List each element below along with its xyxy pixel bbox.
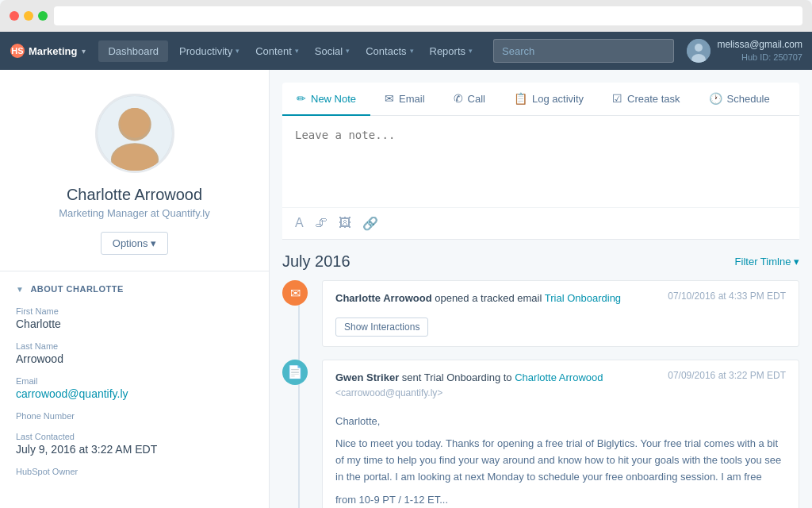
close-dot[interactable] [10, 11, 19, 21]
event-time: 07/09/2016 at 3:22 PM EDT [668, 370, 786, 381]
timeline-item: ✉ Charlotte Arrowood opened a tracked em… [322, 280, 799, 347]
left-panel: Charlotte Arrowood Marketing Manager at … [0, 70, 270, 508]
email-body-text-2: from 10-9 PT / 1-12 ET... [335, 492, 786, 508]
note-toolbar: A 🖇 🖼 🔗 [282, 207, 799, 239]
email-salutation: Charlotte, [335, 414, 786, 430]
nav-item-reports[interactable]: Reports ▾ [422, 40, 481, 62]
email-field: Email carrowood@quantify.ly [16, 376, 253, 400]
search-container [493, 39, 674, 63]
tab-call[interactable]: ✆ Call [439, 83, 500, 116]
email-link[interactable]: carrowood@quantify.ly [16, 387, 253, 400]
timeline-track: ✉ Charlotte Arrowood opened a tracked em… [282, 280, 799, 508]
brand-label[interactable]: Marketing [29, 45, 77, 57]
link-icon[interactable]: 🔗 [362, 216, 378, 231]
event-header: Charlotte Arrowood opened a tracked emai… [335, 291, 786, 306]
fullscreen-dot[interactable] [38, 11, 48, 21]
phone-field: Phone Number [16, 411, 253, 421]
field-label: HubSpot Owner [16, 467, 253, 476]
action-tabs-container: ✏ New Note ✉ Email ✆ Call 📋 Log activity… [282, 83, 799, 240]
text-format-icon[interactable]: A [295, 216, 304, 231]
field-label: Last Contacted [16, 432, 253, 441]
chevron-down-icon: ▾ [295, 47, 299, 55]
field-label: Phone Number [16, 411, 253, 421]
brand-caret-icon[interactable]: ▾ [82, 47, 86, 56]
first-name-field: First Name Charlotte [16, 306, 253, 330]
owner-field: HubSpot Owner [16, 467, 253, 476]
tab-log-activity[interactable]: 📋 Log activity [500, 83, 598, 116]
field-label: First Name [16, 306, 253, 316]
action-tabs: ✏ New Note ✉ Email ✆ Call 📋 Log activity… [282, 83, 799, 116]
contact-name: Charlotte Arrowood [335, 292, 432, 304]
filter-timeline-link[interactable]: Filter Timlne ▾ [735, 256, 799, 267]
clipboard-icon: 📋 [514, 92, 527, 105]
timeline-month: July 2016 [282, 252, 350, 271]
event-text: Charlotte Arrowood opened a tracked emai… [335, 291, 621, 306]
avatar [687, 39, 710, 63]
email-icon: ✉ [385, 92, 394, 105]
chevron-down-icon: ▾ [346, 47, 350, 55]
url-bar[interactable] [54, 6, 802, 25]
last-contacted-field: Last Contacted July 9, 2016 at 3:22 AM E… [16, 432, 253, 456]
minimize-dot[interactable] [24, 11, 33, 21]
note-input[interactable] [295, 129, 787, 192]
chevron-down-icon: ▾ [469, 47, 473, 55]
dashboard-link[interactable]: Dashboard [98, 40, 168, 62]
image-icon[interactable]: 🖼 [339, 216, 351, 231]
about-section: ▼ ABOUT CHARLOTTE First Name Charlotte L… [0, 271, 269, 500]
options-button[interactable]: Options ▾ [101, 232, 168, 255]
doc-timeline-icon: 📄 [282, 360, 308, 385]
tab-schedule[interactable]: 🕐 Schedule [695, 83, 784, 116]
tab-email[interactable]: ✉ Email [370, 83, 439, 116]
tab-new-note[interactable]: ✏ New Note [282, 83, 370, 116]
nav-item-contacts[interactable]: Contacts ▾ [358, 40, 421, 62]
user-hub: Hub ID: 250707 [717, 52, 802, 64]
main-layout: Charlotte Arrowood Marketing Manager at … [0, 70, 812, 508]
last-name-field: Last Name Arrowood [16, 341, 253, 365]
recipient-link[interactable]: Charlotte Arrowood [515, 371, 603, 383]
profile-name: Charlotte Arrowood [16, 186, 253, 204]
svg-point-3 [695, 44, 703, 52]
recipient-email: <carrowood@quantify.ly> [335, 387, 442, 398]
nav-item-productivity[interactable]: Productivity ▾ [171, 40, 247, 62]
user-info: melissa@gmail.com Hub ID: 250707 [717, 38, 802, 64]
avatar [95, 94, 174, 173]
attachment-icon[interactable]: 🖇 [315, 216, 327, 231]
svg-point-8 [120, 108, 150, 138]
sender-name: Gwen Striker [335, 371, 399, 383]
show-interactions-button[interactable]: Show Interactions [335, 318, 428, 337]
checkbox-icon: ☑ [612, 92, 622, 105]
tab-create-task[interactable]: ☑ Create task [598, 83, 694, 116]
field-label: Email [16, 376, 253, 386]
pencil-icon: ✏ [297, 92, 306, 105]
phone-icon: ✆ [454, 92, 463, 105]
chevron-down-icon: ▾ [410, 47, 414, 55]
email-link[interactable]: Trial Onboarding [545, 292, 621, 304]
nav-item-content[interactable]: Content ▾ [247, 40, 307, 62]
user-email: melissa@gmail.com [717, 38, 802, 52]
right-panel: ✏ New Note ✉ Email ✆ Call 📋 Log activity… [270, 70, 812, 508]
event-text: Gwen Striker sent Trial Onboarding to Ch… [335, 370, 603, 401]
field-value: Charlotte [16, 318, 253, 330]
timeline-item: 📄 Gwen Striker sent Trial Onboarding to … [322, 360, 799, 509]
email-body: Charlotte, Nice to meet you today. Thank… [335, 414, 786, 509]
event-time: 07/10/2016 at 4:33 PM EDT [668, 291, 786, 302]
top-nav: HS Marketing ▾ Dashboard Productivity ▾ … [0, 32, 812, 70]
timeline: July 2016 Filter Timlne ▾ ✉ Charlotte Ar… [270, 240, 812, 508]
field-label: Last Name [16, 341, 253, 351]
about-header: ▼ ABOUT CHARLOTTE [16, 284, 253, 294]
event-header: Gwen Striker sent Trial Onboarding to Ch… [335, 370, 786, 401]
nav-item-social[interactable]: Social ▾ [307, 40, 358, 62]
profile-title: Marketing Manager at Quantify.ly [16, 207, 253, 219]
event-card: Gwen Striker sent Trial Onboarding to Ch… [322, 360, 799, 509]
user-menu[interactable]: melissa@gmail.com Hub ID: 250707 [687, 38, 802, 64]
field-value: July 9, 2016 at 3:22 AM EDT [16, 443, 253, 456]
field-value: Arrowood [16, 352, 253, 365]
profile-card: Charlotte Arrowood Marketing Manager at … [0, 70, 269, 271]
hubspot-logo-icon: HS [10, 43, 25, 59]
browser-dots [10, 11, 48, 21]
svg-text:HS: HS [11, 46, 23, 56]
email-body-text: Nice to meet you today. Thanks for openi… [335, 436, 786, 485]
search-input[interactable] [493, 39, 674, 63]
event-card: Charlotte Arrowood opened a tracked emai… [322, 280, 799, 347]
chevron-down-icon: ▾ [236, 47, 239, 55]
